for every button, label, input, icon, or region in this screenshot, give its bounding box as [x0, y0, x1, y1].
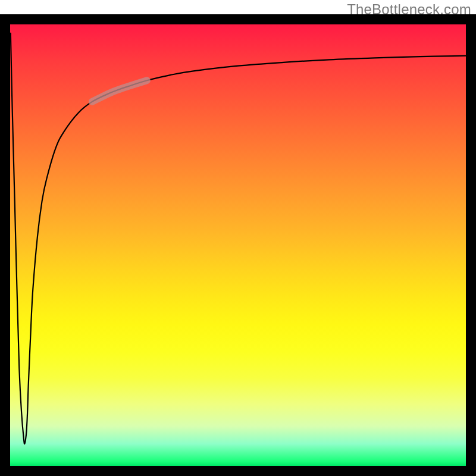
bottleneck-curve-path — [11, 33, 466, 444]
curve-highlight-segment — [92, 80, 147, 102]
chart-stage: TheBottleneck.com — [0, 0, 476, 476]
watermark-text: TheBottleneck.com — [347, 1, 471, 18]
curve-layer — [10, 24, 466, 466]
